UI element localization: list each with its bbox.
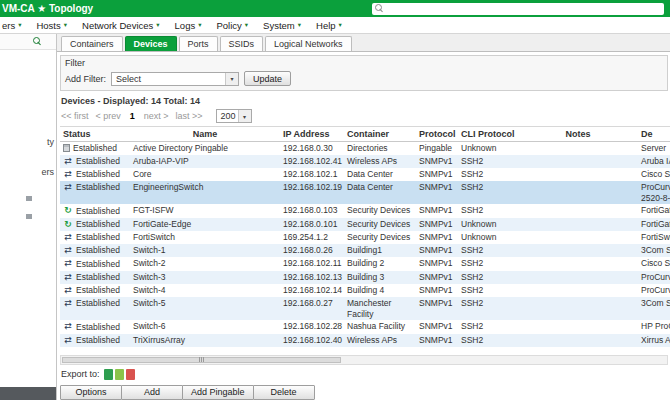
add-filter-label: Add Filter:: [65, 74, 106, 84]
menu-item-network-devices[interactable]: Network Devices▾: [82, 20, 160, 31]
cell-container: Building 3: [344, 271, 416, 284]
cell-container: Building 4: [344, 284, 416, 297]
transfer-arrows-icon: [63, 169, 73, 180]
menu-item-system[interactable]: System▾: [263, 20, 301, 31]
chevron-down-icon: ▾: [245, 22, 248, 29]
column-header-de[interactable]: De: [638, 127, 670, 142]
cell-protocol: SNMPv1: [416, 297, 458, 320]
cell-container: Manchester Facility: [344, 297, 416, 320]
cell-description: FortiGate VM: [638, 218, 670, 231]
transfer-arrows-icon: [63, 156, 73, 167]
cell-notes: [518, 297, 638, 320]
transfer-arrows-icon: [63, 272, 73, 283]
table-row[interactable]: EstablishedSwitch-5192.168.0.27Mancheste…: [60, 297, 670, 320]
global-search-input[interactable]: [387, 4, 661, 14]
menu-item-help[interactable]: Help▾: [316, 20, 342, 31]
horizontal-scrollbar[interactable]: [60, 355, 668, 365]
chevron-down-icon: ▾: [298, 22, 301, 29]
scrollbar-thumb[interactable]: [62, 357, 341, 363]
table-row[interactable]: EstablishedSwitch-4192.168.102.14Buildin…: [60, 284, 670, 297]
column-header-container[interactable]: Container: [344, 127, 416, 142]
sync-icon: [63, 219, 73, 230]
delete-button[interactable]: Delete: [253, 385, 315, 400]
table-row[interactable]: EstablishedFortiSwitch169.254.1.2Securit…: [60, 231, 670, 244]
cell-ip-address: 192.168.0.26: [280, 244, 344, 257]
column-header-status[interactable]: Status: [60, 127, 130, 142]
table-header-row: StatusNameIP AddressContainerProtocolCLI…: [60, 127, 670, 142]
cell-name: FGT-ISFW: [130, 204, 280, 217]
cell-ip-address: 192.168.102.19: [280, 181, 344, 204]
cell-description: FortiGate VM: [638, 204, 670, 217]
excel-export-icon[interactable]: [104, 369, 113, 380]
cell-container: Building1: [344, 244, 416, 257]
menu-item-hosts[interactable]: Hosts▾: [36, 20, 67, 31]
cell-notes: [518, 181, 638, 204]
cell-description: Aruba IAP: [638, 155, 670, 168]
table-row[interactable]: EstablishedSwitch-6192.168.102.28Nashua …: [60, 320, 670, 333]
tab-devices[interactable]: Devices: [125, 36, 177, 51]
column-header-ip-address[interactable]: IP Address: [280, 127, 344, 142]
tab-containers[interactable]: Containers: [61, 36, 123, 51]
cell-protocol: SNMPv1: [416, 231, 458, 244]
cell-cli-protocol: SSH2: [458, 181, 518, 204]
cell-ip-address: 169.254.1.2: [280, 231, 344, 244]
devices-panel: Filter Add Filter: Select ▾ Update Devic…: [57, 52, 670, 400]
tab-ports[interactable]: Ports: [179, 36, 218, 51]
add-pingable-button[interactable]: Add Pingable: [182, 385, 254, 400]
tree-item[interactable]: ty: [47, 137, 54, 147]
update-button[interactable]: Update: [244, 71, 291, 86]
table-row[interactable]: EstablishedSwitch-2192.168.102.11Buildin…: [60, 257, 670, 270]
table-row[interactable]: EstablishedAruba-IAP-VIP192.168.102.41Wi…: [60, 155, 670, 168]
sidebar-footer-bar: [0, 387, 56, 400]
sidebar-search-icon[interactable]: [33, 37, 42, 46]
tab-ssids[interactable]: SSIDs: [220, 36, 264, 51]
server-icon: [63, 144, 70, 152]
add-button[interactable]: Add: [121, 385, 183, 400]
cell-description: FortiSwitch: [638, 231, 670, 244]
menu-item-policy[interactable]: Policy▾: [216, 20, 248, 31]
sidebar-toolbar: [0, 34, 56, 50]
table-row[interactable]: EstablishedFGT-ISFW192.168.0.103Security…: [60, 204, 670, 217]
menu-item-logs[interactable]: Logs▾: [175, 20, 202, 31]
cell-name: Switch-3: [130, 271, 280, 284]
status-label: Established: [73, 143, 117, 154]
cell-container: Security Devices: [344, 231, 416, 244]
cell-cli-protocol: SSH2: [458, 334, 518, 347]
table-row[interactable]: EstablishedActive Directory Pingable192.…: [60, 142, 670, 155]
cell-ip-address: 192.168.102.13: [280, 271, 344, 284]
page-size-select[interactable]: 200 ▾: [216, 109, 252, 123]
tree-item[interactable]: ers: [41, 167, 54, 177]
cell-notes: [518, 257, 638, 270]
csv-export-icon[interactable]: [115, 369, 124, 380]
last-page-link[interactable]: last >>: [176, 111, 203, 121]
tab-logical-networks[interactable]: Logical Networks: [265, 36, 352, 51]
chevron-down-icon: ▾: [198, 22, 201, 29]
cell-container: Directories: [344, 142, 416, 155]
table-row[interactable]: EstablishedFortiGate-Edge192.168.0.101Se…: [60, 218, 670, 231]
pdf-export-icon[interactable]: [126, 369, 135, 380]
column-header-name[interactable]: Name: [130, 127, 280, 142]
options-button[interactable]: Options: [60, 385, 122, 400]
menu-item-ers[interactable]: ers▾: [2, 20, 21, 31]
column-header-notes[interactable]: Notes: [518, 127, 638, 142]
next-page-link[interactable]: next >: [144, 111, 169, 121]
cell-protocol: SNMPv1: [416, 204, 458, 217]
table-row[interactable]: EstablishedSwitch-3192.168.102.13Buildin…: [60, 271, 670, 284]
first-page-link[interactable]: << first: [61, 111, 89, 121]
main-content: ContainersDevicesPortsSSIDsLogical Netwo…: [57, 34, 670, 400]
cell-cli-protocol: SSH2: [458, 284, 518, 297]
table-row[interactable]: EstablishedSwitch-1192.168.0.26Building1…: [60, 244, 670, 257]
column-header-protocol[interactable]: Protocol: [416, 127, 458, 142]
prev-page-link[interactable]: < prev: [96, 111, 121, 121]
column-header-cli-protocol[interactable]: CLI Protocol: [458, 127, 518, 142]
transfer-arrows-icon: [63, 182, 73, 193]
cell-protocol: SNMPv1: [416, 334, 458, 347]
cell-cli-protocol: SSH2: [458, 168, 518, 181]
table-row[interactable]: EstablishedEngineeringSwitch192.168.102.…: [60, 181, 670, 204]
menu-item-label: ers: [2, 20, 15, 31]
table-row[interactable]: EstablishedTriXirrusArray192.168.102.40W…: [60, 334, 670, 347]
add-filter-select[interactable]: Select ▾: [111, 72, 239, 86]
table-row[interactable]: EstablishedCore192.168.102.1Data CenterS…: [60, 168, 670, 181]
cell-status: Established: [60, 155, 130, 168]
status-label: Established: [76, 156, 120, 167]
